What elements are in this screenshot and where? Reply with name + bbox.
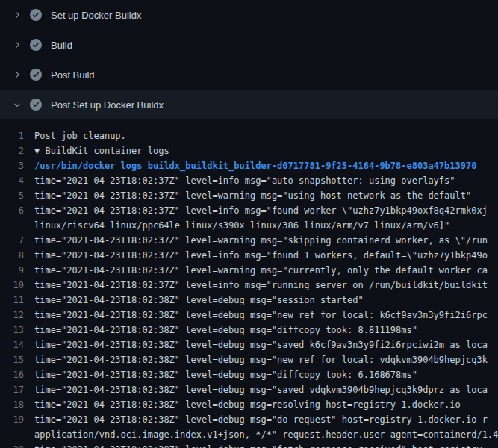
log-line: 7time="2021-04-23T18:02:37Z" level=warni… (0, 233, 498, 248)
log-line-text: time="2021-04-23T18:02:37Z" level=info m… (34, 173, 498, 188)
log-line-number[interactable]: 18 (0, 397, 34, 412)
log-line: 19time="2021-04-23T18:02:38Z" level=debu… (0, 412, 498, 427)
step-label: Post Set up Docker Buildx (51, 99, 164, 111)
chevron-down-icon (12, 99, 22, 110)
log-line-number[interactable]: 7 (0, 233, 34, 248)
log-line: 4time="2021-04-23T18:02:37Z" level=info … (0, 173, 498, 188)
log-line-text: time="2021-04-23T18:02:38Z" level=debug … (34, 352, 498, 367)
log-line-number[interactable]: 17 (0, 382, 34, 397)
log-line-text: time="2021-04-23T18:02:38Z" level=debug … (34, 367, 498, 382)
check-circle-icon (30, 69, 42, 81)
log-line: 12time="2021-04-23T18:02:38Z" level=debu… (0, 308, 498, 323)
log-line: 1Post job cleanup. (0, 128, 498, 143)
log-line-continuation: application/vnd.oci.image.index.v1+json,… (0, 427, 498, 442)
log-line-number[interactable]: 3 (0, 158, 34, 173)
log-line: 2▼ BuildKit container logs (0, 143, 498, 158)
chevron-right-icon (12, 40, 22, 50)
log-line-number[interactable]: 9 (0, 263, 34, 278)
log-line: 6time="2021-04-23T18:02:37Z" level=info … (0, 203, 498, 218)
log-line-number[interactable]: 10 (0, 278, 34, 293)
chevron-right-icon (12, 10, 22, 20)
check-circle-icon (30, 39, 42, 51)
log-line-number-empty (0, 427, 34, 442)
log-line: 8time="2021-04-23T18:02:37Z" level=info … (0, 248, 498, 263)
log-line: 20time="2021-04-23T18:02:38Z" level=debu… (0, 442, 498, 448)
log-line-text: time="2021-04-23T18:02:38Z" level=debug … (34, 397, 498, 412)
log-group-toggle[interactable]: ▼ BuildKit container logs (34, 143, 498, 158)
log-line-number[interactable]: 11 (0, 293, 34, 308)
log-line-number-empty (0, 218, 34, 233)
log-line-text: application/vnd.oci.image.index.v1+json,… (34, 427, 498, 442)
log-line-text: time="2021-04-23T18:02:38Z" level=debug … (34, 323, 498, 337)
workflow-steps-list: Set up Docker Buildx Build Post Build Po… (0, 0, 498, 119)
log-line: 15time="2021-04-23T18:02:38Z" level=debu… (0, 352, 498, 367)
log-line-number[interactable]: 15 (0, 352, 34, 367)
check-circle-icon (30, 99, 42, 111)
log-line-number[interactable]: 16 (0, 367, 34, 382)
log-line-continuation: linux/riscv64 linux/ppc64le linux/s390x … (0, 218, 498, 233)
log-line-text: Post job cleanup. (34, 128, 498, 143)
log-line: 9time="2021-04-23T18:02:37Z" level=warni… (0, 263, 498, 278)
log-line-text: time="2021-04-23T18:02:37Z" level=warnin… (34, 188, 498, 203)
check-circle-icon (30, 9, 42, 21)
log-line-number[interactable]: 20 (0, 442, 34, 448)
log-line-text: time="2021-04-23T18:02:38Z" level=debug … (34, 293, 498, 308)
log-line-text: time="2021-04-23T18:02:38Z" level=debug … (34, 382, 498, 397)
log-line-text: linux/riscv64 linux/ppc64le linux/s390x … (34, 218, 498, 233)
log-line-text: time="2021-04-23T18:02:38Z" level=debug … (34, 412, 498, 427)
step-set-up-docker-buildx[interactable]: Set up Docker Buildx (0, 0, 498, 30)
log-line-number[interactable]: 19 (0, 412, 34, 427)
step-label: Build (51, 40, 72, 51)
step-post-build[interactable]: Post Build (0, 60, 498, 90)
log-line-number[interactable]: 1 (0, 128, 34, 143)
log-line-number[interactable]: 4 (0, 173, 34, 188)
log-line: 18time="2021-04-23T18:02:38Z" level=debu… (0, 397, 498, 412)
log-line-text: time="2021-04-23T18:02:37Z" level=info m… (34, 203, 498, 218)
log-line: 11time="2021-04-23T18:02:38Z" level=debu… (0, 293, 498, 308)
log-command-text: /usr/bin/docker logs buildx_buildkit_bui… (34, 158, 498, 173)
step-label: Post Build (51, 69, 95, 81)
step-build[interactable]: Build (0, 30, 498, 60)
log-line-number[interactable]: 5 (0, 188, 34, 203)
log-line: 13time="2021-04-23T18:02:38Z" level=debu… (0, 323, 498, 337)
log-line: 14time="2021-04-23T18:02:38Z" level=debu… (0, 337, 498, 352)
log-line-number[interactable]: 6 (0, 203, 34, 218)
log-line-number[interactable]: 8 (0, 248, 34, 263)
step-post-set-up-docker-buildx[interactable]: Post Set up Docker Buildx (0, 90, 498, 119)
log-line-number[interactable]: 13 (0, 323, 34, 337)
log-line-text: time="2021-04-23T18:02:37Z" level=warnin… (34, 263, 498, 278)
log-line-number[interactable]: 2 (0, 143, 34, 158)
log-line-text: time="2021-04-23T18:02:37Z" level=info m… (34, 248, 498, 263)
log-line-number[interactable]: 14 (0, 337, 34, 352)
log-line-text: time="2021-04-23T18:02:38Z" level=debug … (34, 308, 498, 323)
log-lines: 1Post job cleanup.2▼ BuildKit container … (0, 119, 498, 448)
log-line-text: time="2021-04-23T18:02:38Z" level=debug … (34, 337, 498, 352)
log-line: 3/usr/bin/docker logs buildx_buildkit_bu… (0, 158, 498, 173)
chevron-right-icon (12, 69, 22, 80)
log-line-number[interactable]: 12 (0, 308, 34, 323)
log-line-text: time="2021-04-23T18:02:37Z" level=warnin… (34, 233, 498, 248)
log-line: 10time="2021-04-23T18:02:37Z" level=info… (0, 278, 498, 293)
log-line: 5time="2021-04-23T18:02:37Z" level=warni… (0, 188, 498, 203)
log-line-text: time="2021-04-23T18:02:37Z" level=info m… (34, 278, 498, 293)
log-line: 16time="2021-04-23T18:02:38Z" level=debu… (0, 367, 498, 382)
log-line: 17time="2021-04-23T18:02:38Z" level=debu… (0, 382, 498, 397)
log-line-text: time="2021-04-23T18:02:38Z" level=debug … (34, 442, 498, 448)
step-label: Set up Docker Buildx (51, 10, 141, 21)
